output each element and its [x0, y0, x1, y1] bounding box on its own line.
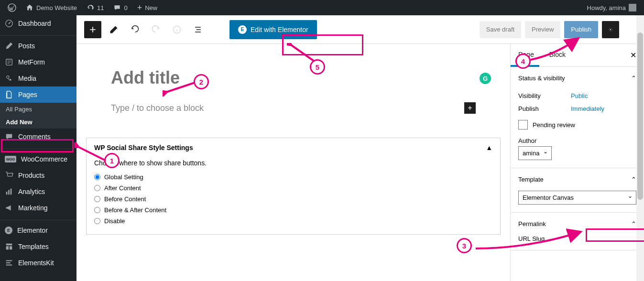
- annotation-4: 4: [515, 54, 531, 69]
- elementor-icon: E: [238, 25, 247, 34]
- collapse-icon: ▲: [486, 144, 492, 151]
- menu-analytics[interactable]: Analytics: [0, 184, 76, 200]
- updates[interactable]: 11: [83, 0, 108, 15]
- outline-button[interactable]: [189, 21, 207, 38]
- author-select[interactable]: amina: [518, 146, 552, 160]
- pending-review-checkbox[interactable]: Pending review: [518, 115, 636, 134]
- svg-rect-6: [6, 192, 8, 195]
- svg-rect-10: [6, 246, 9, 249]
- svg-rect-9: [6, 244, 12, 246]
- new-content[interactable]: +New: [133, 0, 162, 15]
- block-placeholder[interactable]: Type / to choose a block: [111, 103, 464, 113]
- author-label: Author: [518, 134, 636, 146]
- radio-before[interactable]: Before Content: [94, 194, 492, 205]
- wp-adminbar: Demo Website 11 0 +New Howdy, amina: [0, 0, 644, 15]
- svg-point-2: [9, 23, 10, 24]
- radio-disable[interactable]: Disable: [94, 216, 492, 227]
- admin-menu: Dashboard Posts MetForm Media Pages All …: [0, 15, 76, 281]
- menu-media[interactable]: Media: [0, 70, 76, 86]
- social-panel-desc: Choose where to show share buttons.: [94, 159, 492, 167]
- menu-elementor[interactable]: EElementor: [0, 222, 76, 238]
- comments-count[interactable]: 0: [109, 0, 131, 15]
- menu-marketing[interactable]: Marketing: [0, 200, 76, 216]
- visibility-label: Visibility: [518, 92, 571, 99]
- svg-rect-7: [8, 190, 10, 195]
- menu-pages[interactable]: Pages: [0, 86, 76, 103]
- site-name[interactable]: Demo Website: [22, 0, 81, 15]
- menu-woocommerce[interactable]: wooWooCommerce: [0, 151, 76, 167]
- undo-button[interactable]: [126, 21, 143, 38]
- menu-products[interactable]: Products: [0, 167, 76, 184]
- template-select[interactable]: Elementor Canvas: [518, 191, 636, 205]
- howdy[interactable]: Howdy, amina: [583, 0, 640, 15]
- menu-dashboard[interactable]: Dashboard: [0, 15, 76, 32]
- annotation-5: 5: [310, 59, 325, 75]
- svg-rect-11: [10, 246, 12, 249]
- visibility-value[interactable]: Public: [571, 92, 588, 99]
- svg-point-5: [10, 79, 11, 81]
- status-visibility-header[interactable]: Status & visibility⌃: [511, 67, 644, 89]
- chevron-up-icon: ⌃: [631, 75, 636, 82]
- svg-point-4: [7, 76, 9, 78]
- menu-templates[interactable]: Templates: [0, 238, 76, 255]
- radio-both[interactable]: Before & After Content: [94, 205, 492, 216]
- svg-point-13: [610, 29, 611, 30]
- menu-metform[interactable]: MetForm: [0, 54, 76, 70]
- radio-after[interactable]: After Content: [94, 183, 492, 194]
- grammarly-icon[interactable]: G: [480, 73, 491, 84]
- redo-button[interactable]: [147, 21, 164, 38]
- radio-global[interactable]: Global Setting: [94, 172, 492, 183]
- annotation-2: 2: [194, 74, 209, 89]
- info-button[interactable]: [168, 21, 186, 38]
- page-scrollbar[interactable]: [636, 15, 644, 281]
- menu-elementskit[interactable]: ElementsKit: [0, 255, 76, 271]
- avatar: [629, 4, 636, 11]
- annotation-3: 3: [457, 238, 472, 253]
- submenu-add-new[interactable]: Add New: [0, 116, 76, 129]
- social-share-panel: WP Social Share Style Settings▲ Choose w…: [86, 138, 501, 235]
- wp-logo[interactable]: [4, 0, 20, 15]
- add-block-button[interactable]: [84, 21, 101, 38]
- template-header[interactable]: Template⌃: [511, 168, 644, 191]
- edit-with-elementor-button[interactable]: EEdit with Elementor: [229, 20, 317, 39]
- menu-comments[interactable]: Comments: [0, 129, 76, 145]
- inline-add-block-button[interactable]: +: [464, 102, 476, 114]
- more-options-button[interactable]: [623, 21, 636, 38]
- social-panel-header[interactable]: WP Social Share Style Settings▲: [87, 138, 500, 157]
- chevron-up-icon: ⌃: [631, 176, 636, 183]
- submenu-all-pages[interactable]: All Pages: [0, 103, 76, 116]
- publish-value[interactable]: Immediately: [571, 105, 604, 112]
- menu-posts[interactable]: Posts: [0, 38, 76, 54]
- publish-label: Publish: [518, 105, 571, 112]
- edit-mode-button[interactable]: [105, 21, 122, 38]
- editor-content: G Type / to choose a block + WP Social S…: [76, 44, 510, 281]
- annotation-1: 1: [104, 153, 120, 168]
- save-draft-button[interactable]: Save draft: [480, 21, 521, 38]
- settings-button[interactable]: [602, 21, 619, 38]
- chevron-up-icon: ⌃: [631, 220, 636, 227]
- svg-rect-8: [11, 189, 12, 195]
